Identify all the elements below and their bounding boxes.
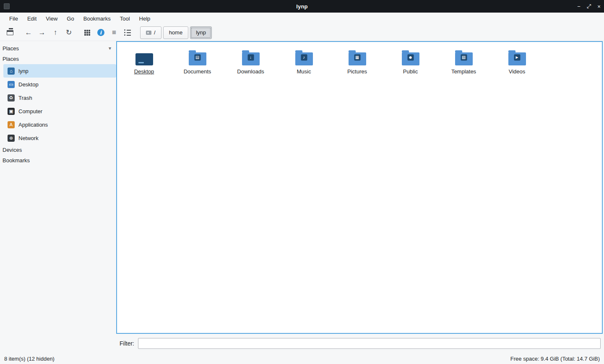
drive-icon — [146, 31, 151, 35]
items-count-text: 8 item(s) (12 hidden) — [4, 356, 55, 362]
path-root-button[interactable]: / — [140, 26, 161, 39]
desktop-icon — [8, 81, 15, 88]
info-button[interactable]: i — [94, 26, 107, 39]
window-title: lynp — [296, 3, 308, 10]
sidebar-item-label: Trash — [18, 95, 32, 101]
sidebar-item-label: Computer — [18, 108, 42, 114]
videos-emblem-icon — [514, 54, 520, 60]
file-item-label: Desktop — [134, 68, 154, 75]
documents-folder-icon — [189, 52, 206, 65]
file-item-label: Public — [403, 68, 418, 75]
sidebar-item-desktop[interactable]: Desktop — [3, 78, 116, 91]
file-item-label: Pictures — [347, 68, 367, 75]
public-emblem-icon — [407, 54, 414, 60]
free-space-text: Free space: 9.4 GiB (Total: 14.7 GiB) — [510, 356, 600, 362]
sidebar-item-label: Applications — [18, 122, 48, 128]
sidebar-pane-title: Places — [3, 45, 19, 52]
sidebar-item-trash[interactable]: Trash — [3, 91, 116, 104]
status-bar: 8 item(s) (12 hidden) Free space: 9.4 Gi… — [0, 353, 604, 364]
downloads-emblem-icon — [247, 54, 254, 60]
list-view-icon — [124, 29, 131, 36]
file-item-downloads[interactable]: Downloads — [224, 47, 277, 75]
sidebar: Places ▾ Places lynp Desktop Trash Compu… — [0, 41, 116, 353]
app-icon — [4, 3, 10, 9]
new-tab-button[interactable] — [3, 26, 17, 39]
home-folder-icon — [8, 68, 15, 75]
file-item-label: Music — [297, 68, 311, 75]
file-item-documents[interactable]: Documents — [171, 47, 224, 75]
list-view-button[interactable] — [121, 26, 134, 39]
menu-item-edit[interactable]: Edit — [23, 14, 41, 23]
toolbar: ← → ↑ ↻ i ≡ / home lynp — [0, 24, 604, 41]
title-bar: lynp − ⤢ × — [0, 0, 604, 13]
menu-item-bookmarks[interactable]: Bookmarks — [79, 14, 115, 23]
reload-button[interactable]: ↻ — [62, 26, 76, 39]
trash-icon — [8, 94, 15, 101]
videos-folder-icon — [508, 52, 526, 65]
documents-emblem-icon — [194, 54, 200, 60]
main-panel: Desktop Documents Downloads Music Pictur — [116, 41, 604, 353]
sidebar-item-computer[interactable]: Computer — [3, 104, 116, 118]
menu-item-file[interactable]: File — [5, 14, 22, 23]
menu-item-help[interactable]: Help — [135, 14, 155, 23]
restore-button[interactable]: ⤢ — [584, 0, 594, 13]
desktop-folder-icon — [135, 53, 153, 65]
menu-item-go[interactable]: Go — [62, 14, 78, 23]
sidebar-item-label: Desktop — [18, 81, 39, 88]
forward-button[interactable]: → — [35, 26, 49, 39]
sidebar-item-label: lynp — [18, 68, 29, 74]
path-segment-home[interactable]: home — [163, 26, 189, 39]
pictures-folder-icon — [349, 52, 366, 65]
new-window-icon — [7, 30, 13, 35]
file-item-public[interactable]: Public — [384, 47, 437, 75]
window-controls: − ⤢ × — [574, 0, 604, 13]
music-emblem-icon — [301, 54, 307, 60]
sidebar-item-network[interactable]: Network — [3, 131, 116, 145]
pictures-emblem-icon — [354, 54, 360, 60]
filter-label: Filter: — [120, 340, 134, 347]
close-button[interactable]: × — [594, 0, 604, 13]
sidebar-group-devices[interactable]: Devices — [0, 145, 116, 155]
file-item-pictures[interactable]: Pictures — [331, 47, 384, 75]
downloads-folder-icon — [242, 52, 260, 65]
computer-icon — [8, 108, 15, 115]
up-button[interactable]: ↑ — [49, 26, 62, 39]
file-view[interactable]: Desktop Documents Downloads Music Pictur — [116, 41, 603, 334]
music-folder-icon — [295, 52, 313, 65]
templates-folder-icon — [455, 52, 473, 65]
file-item-label: Downloads — [237, 68, 264, 75]
menu-item-view[interactable]: View — [42, 14, 62, 23]
sidebar-item-label: Network — [18, 135, 39, 141]
file-manager-window: lynp − ⤢ × File Edit View Go Bookmarks T… — [0, 0, 604, 364]
minimize-button[interactable]: − — [574, 0, 584, 13]
path-bar: / home lynp — [140, 26, 212, 39]
filter-input[interactable] — [138, 338, 601, 349]
file-item-label: Documents — [184, 68, 211, 75]
main-menu-button[interactable]: ≡ — [107, 26, 121, 39]
file-item-label: Templates — [451, 68, 476, 75]
sidebar-pane-selector[interactable]: Places ▾ — [0, 43, 116, 54]
network-icon — [8, 135, 15, 142]
menu-bar: File Edit View Go Bookmarks Tool Help — [0, 13, 604, 24]
info-icon: i — [97, 29, 104, 36]
file-item-templates[interactable]: Templates — [437, 47, 490, 75]
content-area: Places ▾ Places lynp Desktop Trash Compu… — [0, 41, 604, 353]
icon-view-button[interactable] — [81, 26, 94, 39]
applications-icon — [8, 121, 15, 128]
file-item-label: Videos — [509, 68, 526, 75]
path-root-label: / — [154, 29, 156, 36]
sidebar-group-bookmarks[interactable]: Bookmarks — [0, 155, 116, 166]
grid-view-icon — [84, 30, 90, 36]
file-item-desktop[interactable]: Desktop — [117, 47, 171, 75]
sidebar-group-places: Places — [0, 54, 116, 64]
sidebar-item-lynp[interactable]: lynp — [3, 64, 116, 78]
sidebar-item-applications[interactable]: Applications — [3, 118, 116, 131]
back-button[interactable]: ← — [22, 26, 35, 39]
filter-bar: Filter: — [116, 334, 604, 353]
file-item-music[interactable]: Music — [277, 47, 331, 75]
public-folder-icon — [402, 52, 419, 65]
chevron-down-icon: ▾ — [109, 45, 111, 51]
menu-item-tool[interactable]: Tool — [116, 14, 134, 23]
file-item-videos[interactable]: Videos — [490, 47, 544, 75]
path-segment-lynp[interactable]: lynp — [190, 26, 212, 39]
